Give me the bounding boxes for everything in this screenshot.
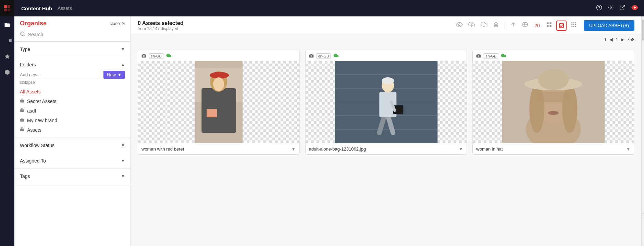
pagination-bar: 1 ◀ 1 ▶ 758 <box>131 35 641 44</box>
svg-rect-45 <box>207 109 217 117</box>
search-input[interactable] <box>28 32 125 37</box>
add-folder-input[interactable] <box>20 72 101 78</box>
svg-point-79 <box>538 69 569 90</box>
assigned-to-label: Assigned To <box>20 158 46 164</box>
scrollbar-thumb[interactable] <box>642 20 644 40</box>
cloud-icon-2 <box>333 53 339 60</box>
folder-item-asdf[interactable]: asdf <box>14 106 131 116</box>
asset-footer-1: woman with red beret ▼ <box>138 143 299 154</box>
asset-card-header-3: en-GB <box>473 50 634 61</box>
app-logo <box>0 0 14 16</box>
svg-point-6 <box>610 7 612 9</box>
grid-view-btn[interactable] <box>545 20 554 31</box>
next-page-btn[interactable]: ▶ <box>619 36 626 43</box>
upload-assets-button[interactable]: UPLOAD ASSET(S) <box>584 20 634 31</box>
close-label: close <box>110 21 120 26</box>
asset-expand-icon-1[interactable]: ▼ <box>291 146 296 152</box>
section-title-label: Assets <box>58 5 72 11</box>
folder-item-all-assets[interactable]: All Assets <box>14 87 131 96</box>
workflow-status-header[interactable]: Workflow Status ▼ <box>14 138 131 153</box>
workflow-status-label: Workflow Status <box>20 143 54 148</box>
view-count[interactable]: 20 <box>532 22 542 30</box>
my-new-brand-label: My new brand <box>27 118 57 123</box>
sort-icon-btn[interactable] <box>509 20 518 31</box>
svg-point-13 <box>459 24 460 26</box>
new-btn-label: New <box>107 72 116 77</box>
asset-card-1: en-GB <box>138 50 300 155</box>
folder-list: All Assets Secret Assets <box>14 87 131 138</box>
main-layout: Organise close ✕ Type ▼ Fol <box>14 16 644 246</box>
svg-point-81 <box>548 111 559 115</box>
folder-item-my-new-brand[interactable]: My new brand <box>14 116 131 125</box>
svg-rect-1 <box>8 5 10 8</box>
asset-expand-icon-2[interactable]: ▼ <box>458 146 463 152</box>
app-name-label: Content Hub <box>21 5 52 11</box>
top-header: Content Hub Assets <box>14 0 644 16</box>
asset-card-header-1: en-GB <box>138 50 299 61</box>
nav-box-icon[interactable] <box>0 65 14 79</box>
svg-rect-10 <box>20 109 24 112</box>
folder-item-assets[interactable]: Assets <box>14 125 131 135</box>
svg-rect-24 <box>573 22 574 23</box>
eye-icon-btn[interactable] <box>631 4 639 13</box>
prev-page-btn[interactable]: ◀ <box>608 36 614 43</box>
nav-star-icon[interactable] <box>0 49 14 64</box>
settings-icon-btn[interactable] <box>608 4 614 12</box>
svg-rect-19 <box>549 22 551 24</box>
assigned-to-header[interactable]: Assigned To ▼ <box>14 153 131 168</box>
tags-section: Tags ▼ <box>14 169 131 184</box>
selection-count: 0 Assets selected <box>138 20 184 26</box>
camera-icon-2 <box>309 53 314 59</box>
new-folder-button[interactable]: New ▼ <box>103 71 125 79</box>
dots-view-btn[interactable] <box>569 20 578 31</box>
svg-point-44 <box>213 77 224 91</box>
asset-image-wrap-1 <box>138 61 299 143</box>
upload-icon-btn[interactable] <box>467 20 476 31</box>
svg-point-7 <box>634 7 636 9</box>
svg-rect-12 <box>20 129 24 131</box>
folder-item-secret-assets[interactable]: Secret Assets <box>14 96 131 106</box>
new-btn-chevron-icon: ▼ <box>117 72 122 77</box>
folders-header[interactable]: Folders ▲ <box>14 57 131 69</box>
nav-folder-icon[interactable] <box>0 18 14 32</box>
visibility-icon-btn[interactable] <box>455 20 464 31</box>
type-section-label: Type <box>20 47 30 52</box>
language-icon-btn[interactable] <box>521 20 530 31</box>
folders-section: Folders ▲ New ▼ collapse All Assets <box>14 57 131 138</box>
cloud-icon-3 <box>501 53 506 60</box>
nav-filter-icon[interactable]: ≡ <box>0 34 14 48</box>
select-all-btn[interactable] <box>556 21 567 31</box>
svg-rect-28 <box>575 24 576 25</box>
asset-locale-1: en-GB <box>149 53 163 59</box>
secret-assets-label: Secret Assets <box>27 99 57 104</box>
scrollbar-track: ⋮⋮ <box>641 16 644 246</box>
export-icon-btn[interactable] <box>619 4 626 12</box>
asset-image-wrap-3 <box>473 61 634 143</box>
svg-rect-26 <box>571 24 572 25</box>
asdf-label: asdf <box>27 108 36 114</box>
svg-rect-22 <box>559 24 564 28</box>
asset-locale-3: en-GB <box>484 53 498 59</box>
sidebar-header: Organise close ✕ <box>14 16 131 29</box>
svg-rect-29 <box>571 26 572 27</box>
camera-icon-1 <box>141 53 146 59</box>
scrollbar-handle: ⋮⋮ <box>642 213 644 219</box>
delete-icon-btn[interactable] <box>492 20 500 31</box>
download-icon-btn[interactable] <box>479 20 489 31</box>
assigned-to-section: Assigned To ▼ <box>14 153 131 169</box>
asset-expand-icon-3[interactable]: ▼ <box>626 146 631 152</box>
type-section-header[interactable]: Type ▼ <box>14 42 131 57</box>
help-icon-btn[interactable] <box>596 4 602 12</box>
collapse-link[interactable]: collapse <box>14 80 131 87</box>
page-of: 1 <box>616 37 618 42</box>
left-nav-bar: ≡ <box>0 0 14 246</box>
sidebar: Organise close ✕ Type ▼ Fol <box>14 16 131 246</box>
svg-rect-80 <box>538 92 569 102</box>
svg-point-47 <box>311 55 311 56</box>
close-button[interactable]: close ✕ <box>110 21 125 26</box>
content-area: 0 Assets selected from 15,147 displayed <box>131 16 641 246</box>
workflow-status-chevron-icon: ▼ <box>121 143 125 148</box>
svg-rect-30 <box>573 26 574 27</box>
tags-header[interactable]: Tags ▼ <box>14 169 131 184</box>
organise-title: Organise <box>20 20 47 27</box>
